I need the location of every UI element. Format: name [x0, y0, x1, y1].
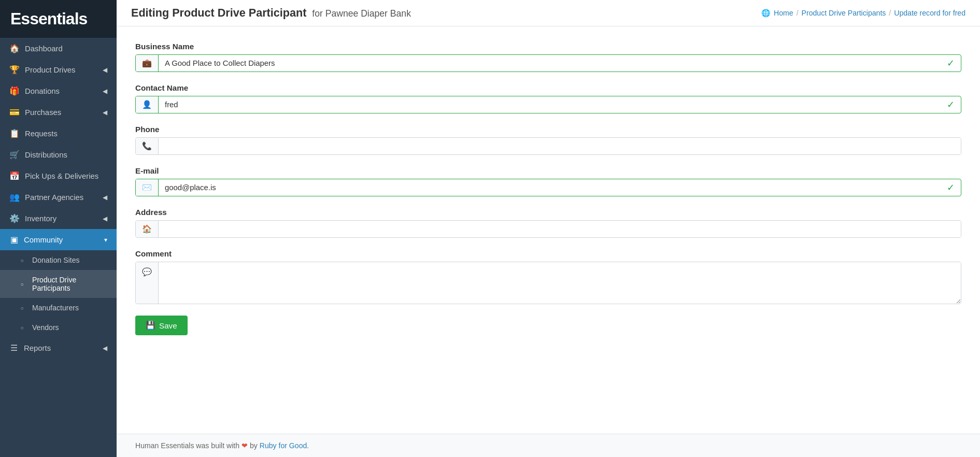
- page-title: Editing Product Drive Participant for Pa…: [131, 6, 411, 20]
- sidebar-item-partner-agencies[interactable]: 👥 Partner Agencies ◀: [0, 187, 117, 208]
- sidebar-item-label: Inventory: [25, 215, 56, 223]
- sidebar-item-label: Community: [24, 236, 63, 244]
- sidebar-item-label: Product Drives: [25, 66, 76, 74]
- phone-icon: 📞: [136, 138, 159, 154]
- email-label: E-mail: [135, 166, 961, 175]
- address-input-wrapper: 🏠: [135, 220, 961, 238]
- footer-by: by: [250, 441, 258, 450]
- briefcase-icon: 💼: [136, 55, 159, 72]
- valid-check-icon: ✓: [941, 55, 961, 72]
- circle-icon: ○: [18, 281, 27, 287]
- sidebar-item-dashboard[interactable]: 🏠 Dashboard: [0, 38, 117, 59]
- comment-textarea[interactable]: [159, 262, 961, 304]
- email-input[interactable]: [159, 179, 941, 196]
- contact-name-input[interactable]: [159, 96, 941, 113]
- purchases-icon: 💳: [9, 107, 20, 117]
- circle-icon: ○: [18, 325, 27, 331]
- breadcrumb-sep-2: /: [889, 9, 891, 17]
- business-name-input-wrapper: 💼 ✓: [135, 54, 961, 72]
- phone-group: Phone 📞: [135, 125, 961, 155]
- sidebar: Essentials 🏠 Dashboard 🏆 Product Drives …: [0, 0, 117, 457]
- address-label: Address: [135, 208, 961, 217]
- distributions-icon: 🛒: [9, 150, 20, 160]
- contact-name-label: Contact Name: [135, 83, 961, 92]
- community-icon: ▣: [9, 235, 19, 245]
- topbar: Editing Product Drive Participant for Pa…: [117, 0, 980, 26]
- breadcrumb-participants[interactable]: Product Drive Participants: [802, 9, 886, 17]
- sidebar-item-distributions[interactable]: 🛒 Distributions: [0, 144, 117, 165]
- product-drives-icon: 🏆: [9, 65, 20, 75]
- page-title-text: Editing Product Drive Participant for Pa…: [131, 6, 411, 19]
- title-org: for Pawnee Diaper Bank: [312, 8, 411, 19]
- sidebar-item-label: Vendors: [32, 323, 59, 332]
- title-main: Editing Product Drive Participant: [131, 6, 306, 19]
- chevron-icon: ◀: [103, 88, 107, 95]
- main-content: Editing Product Drive Participant for Pa…: [117, 0, 980, 457]
- comment-textarea-wrapper: 💬: [135, 262, 961, 304]
- valid-check-icon: ✓: [941, 96, 961, 113]
- email-input-wrapper: ✉️ ✓: [135, 179, 961, 196]
- sidebar-item-label: Requests: [25, 130, 58, 138]
- business-name-label: Business Name: [135, 42, 961, 51]
- sidebar-item-reports[interactable]: ☰ Reports ◀: [0, 337, 117, 359]
- dashboard-icon: 🏠: [9, 44, 20, 53]
- home-icon: 🏠: [136, 221, 159, 237]
- save-label: Save: [159, 321, 177, 330]
- sidebar-item-label: Partner Agencies: [25, 193, 83, 202]
- save-icon: 💾: [146, 321, 155, 330]
- footer-text: Human Essentials was built with: [135, 441, 239, 450]
- chevron-down-icon: ▾: [104, 236, 107, 244]
- sidebar-item-product-drives[interactable]: 🏆 Product Drives ◀: [0, 59, 117, 80]
- sidebar-item-donation-sites[interactable]: ○ Donation Sites: [0, 250, 117, 270]
- chevron-icon: ◀: [103, 215, 107, 222]
- sidebar-item-label: Product Drive Participants: [32, 276, 107, 292]
- email-group: E-mail ✉️ ✓: [135, 166, 961, 196]
- sidebar-item-purchases[interactable]: 💳 Purchases ◀: [0, 102, 117, 123]
- contact-name-group: Contact Name 👤 ✓: [135, 83, 961, 113]
- sidebar-item-label: Donations: [25, 87, 60, 95]
- circle-icon: ○: [18, 258, 27, 263]
- ruby-for-good-link[interactable]: Ruby for Good.: [260, 441, 309, 450]
- address-group: Address 🏠: [135, 208, 961, 238]
- phone-input-wrapper: 📞: [135, 137, 961, 155]
- sidebar-item-label: Reports: [24, 344, 51, 352]
- chevron-icon: ◀: [103, 109, 107, 116]
- sidebar-item-manufacturers[interactable]: ○ Manufacturers: [0, 298, 117, 318]
- sidebar-item-requests[interactable]: 📋 Requests: [0, 123, 117, 144]
- breadcrumb-home[interactable]: Home: [774, 9, 793, 17]
- sidebar-item-donations[interactable]: 🎁 Donations ◀: [0, 80, 117, 102]
- sidebar-item-product-drive-participants[interactable]: ○ Product Drive Participants: [0, 270, 117, 298]
- sidebar-item-vendors[interactable]: ○ Vendors: [0, 318, 117, 337]
- pickups-icon: 📅: [9, 171, 20, 181]
- footer: Human Essentials was built with ❤ by Rub…: [117, 434, 980, 457]
- save-button[interactable]: 💾 Save: [135, 316, 188, 335]
- requests-icon: 📋: [9, 128, 20, 138]
- phone-label: Phone: [135, 125, 961, 134]
- sidebar-item-pickups[interactable]: 📅 Pick Ups & Deliveries: [0, 165, 117, 187]
- donations-icon: 🎁: [9, 86, 20, 96]
- phone-input[interactable]: [159, 138, 961, 154]
- address-input[interactable]: [159, 221, 961, 237]
- circle-icon: ○: [18, 305, 27, 311]
- person-icon: 👤: [136, 96, 159, 113]
- contact-name-input-wrapper: 👤 ✓: [135, 96, 961, 113]
- sidebar-item-inventory[interactable]: ⚙️ Inventory ◀: [0, 208, 117, 229]
- partner-agencies-icon: 👥: [9, 192, 20, 202]
- app-logo: Essentials: [0, 0, 117, 38]
- comment-label: Comment: [135, 249, 961, 258]
- chevron-icon: ◀: [103, 66, 107, 74]
- breadcrumb: 🌐 Home / Product Drive Participants / Up…: [761, 9, 965, 17]
- reports-icon: ☰: [9, 343, 19, 353]
- sidebar-item-community[interactable]: ▣ Community ▾: [0, 229, 117, 250]
- comment-icon: 💬: [136, 262, 159, 304]
- home-icon: 🌐: [761, 9, 771, 17]
- business-name-input[interactable]: [159, 55, 941, 72]
- sidebar-item-label: Donation Sites: [32, 256, 80, 264]
- sidebar-item-label: Distributions: [25, 151, 67, 159]
- chevron-icon: ◀: [103, 345, 107, 352]
- business-name-group: Business Name 💼 ✓: [135, 42, 961, 72]
- valid-check-icon: ✓: [941, 179, 961, 196]
- breadcrumb-update[interactable]: Update record for fred: [894, 9, 965, 17]
- heart-icon: ❤: [242, 441, 248, 450]
- inventory-icon: ⚙️: [9, 213, 20, 223]
